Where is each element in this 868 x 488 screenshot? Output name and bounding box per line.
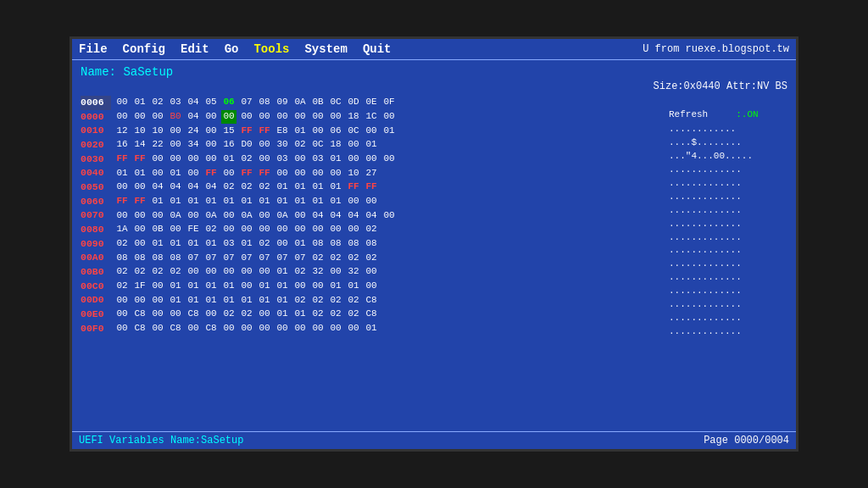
addr-0010: 0010 — [81, 124, 111, 138]
menu-file[interactable]: File — [79, 42, 108, 56]
addr-00a0: 00A0 — [81, 251, 111, 265]
page-info: Page 0000/0004 — [704, 435, 789, 446]
hb-0f: 0F — [381, 96, 397, 109]
row-0030: 0030 FF FF 00 00 00 00 01 02 00 03 00 03 — [81, 152, 660, 167]
row-00d0: 00D0 00 00 00 01 01 01 01 01 01 01 02 02 — [81, 293, 660, 308]
menu-quit[interactable]: Quit — [363, 42, 392, 56]
row-00c0: 00C0 02 1F 00 01 01 01 01 00 01 01 00 00 — [81, 280, 660, 294]
editor-content: Name: SaSetup Size:0x0440 Attr:NV BS 000… — [72, 60, 796, 344]
refresh-value: :.ON — [736, 109, 758, 119]
row-0070: 0070 00 00 00 0A 00 0A 00 0A 00 0A 00 04 — [81, 208, 660, 223]
hb-08: 08 — [257, 96, 272, 109]
addr-00d0: 00D0 — [81, 293, 111, 308]
uefi-status: UEFI Variables Name:SaSetup — [79, 435, 243, 446]
hb-0d: 0D — [346, 96, 361, 109]
hex-area: 0006 00 01 02 03 04 05 06 07 08 09 0A 0B — [81, 96, 787, 339]
row-0020: 0020 16 14 22 00 34 00 16 D0 00 30 02 0C — [81, 138, 660, 152]
menu-go[interactable]: Go — [225, 42, 239, 56]
addr-00f0: 00F0 — [81, 322, 111, 336]
row-0080: 0080 1A 00 0B 00 FE 02 00 00 00 00 00 00 — [81, 223, 660, 237]
right-panel: Refresh :.ON ............ ....$........ … — [669, 96, 787, 339]
hb-0e: 0E — [364, 96, 379, 109]
menu-bar: File Config Edit Go Tools System Quit U … — [72, 39, 796, 60]
row-0090: 0090 02 00 01 01 01 01 03 01 02 00 01 08 — [81, 237, 660, 252]
hb-0c: 0C — [328, 96, 343, 109]
hb-04: 04 — [186, 96, 201, 109]
blog-url: U from ruexe.blogspot.tw — [643, 43, 789, 55]
refresh-status: Refresh :.ON — [669, 109, 787, 119]
row-0010: 0010 12 10 10 00 24 00 15 FF FF E8 01 00 — [81, 124, 660, 138]
header-addr: 0006 — [81, 96, 111, 110]
addr-00b0: 00B0 — [81, 265, 111, 280]
status-bar: UEFI Variables Name:SaSetup Page 0000/00… — [72, 431, 796, 449]
menu-edit[interactable]: Edit — [181, 42, 209, 56]
row-0050: 0050 00 00 04 04 04 04 02 02 02 01 01 01 — [81, 180, 660, 195]
hex-header-row: 0006 00 01 02 03 04 05 06 07 08 09 0A 0B — [81, 96, 660, 110]
addr-0080: 0080 — [81, 223, 111, 237]
hb-06: 06 — [221, 96, 236, 109]
addr-0030: 0030 — [81, 152, 111, 167]
hb-00: 00 — [114, 96, 130, 109]
variable-size: Size:0x0440 Attr:NV BS — [81, 80, 787, 92]
row-00a0: 00A0 08 08 08 08 07 07 07 07 07 07 07 02 — [81, 251, 660, 265]
hb-03: 03 — [168, 96, 183, 109]
addr-00c0: 00C0 — [81, 280, 111, 294]
hb-05: 05 — [203, 96, 219, 109]
hb-01: 01 — [132, 96, 147, 109]
variable-name: Name: SaSetup — [81, 65, 787, 79]
hex-table: 0006 00 01 02 03 04 05 06 07 08 09 0A 0B — [81, 96, 660, 339]
row-0000: 0000 00 00 00 B0 04 00 00 00 00 00 00 00 — [81, 110, 660, 125]
addr-00e0: 00E0 — [81, 308, 111, 322]
addr-0040: 0040 — [81, 166, 111, 180]
addr-0060: 0060 — [81, 195, 111, 209]
header-bytes: 00 01 02 03 04 05 06 07 08 09 0A 0B 0C 0… — [114, 96, 660, 109]
addr-0000: 0000 — [81, 110, 111, 125]
ascii-panel: ............ ....$........ ..."4...00...… — [669, 123, 787, 339]
row-0060: 0060 FF FF 01 01 01 01 01 01 01 01 01 01 — [81, 195, 660, 209]
hb-0b: 0B — [310, 96, 326, 109]
hb-09: 09 — [275, 96, 290, 109]
refresh-label: Refresh — [669, 109, 708, 119]
hb-07: 07 — [239, 96, 254, 109]
bytes-0000: 00 00 00 B0 04 00 00 00 00 00 00 00 00 1… — [114, 110, 660, 124]
row-00f0: 00F0 00 C8 00 C8 00 C8 00 00 00 00 00 00 — [81, 322, 660, 336]
menu-system[interactable]: System — [304, 42, 347, 56]
hb-02: 02 — [150, 96, 165, 109]
addr-0090: 0090 — [81, 237, 111, 252]
addr-0050: 0050 — [81, 180, 111, 195]
addr-0070: 0070 — [81, 208, 111, 223]
menu-tools[interactable]: Tools — [253, 42, 289, 56]
addr-0020: 0020 — [81, 138, 111, 152]
hb-0a: 0A — [292, 96, 308, 109]
row-0040: 0040 01 01 00 01 00 FF 00 FF FF 00 00 00 — [81, 166, 660, 180]
row-00e0: 00E0 00 C8 00 00 C8 00 02 02 00 01 01 02 — [81, 308, 660, 322]
menu-config[interactable]: Config — [123, 42, 165, 56]
row-00b0: 00B0 02 02 02 02 00 00 00 00 00 01 02 32 — [81, 265, 660, 280]
hex-editor-window: File Config Edit Go Tools System Quit U … — [70, 36, 798, 452]
